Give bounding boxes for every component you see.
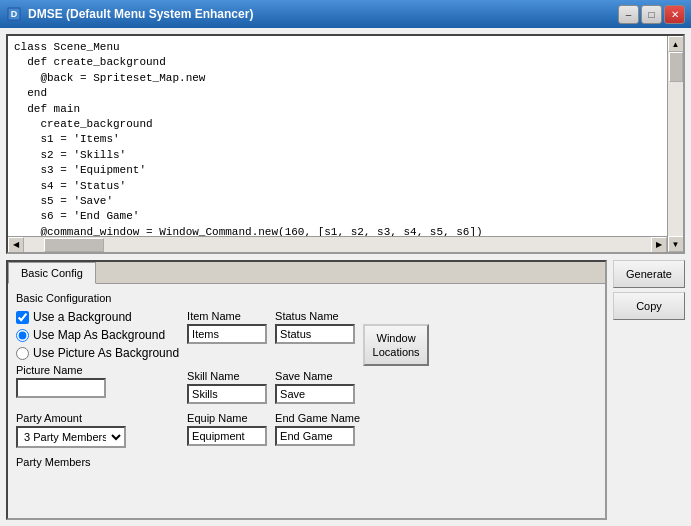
use-picture-label: Use Picture As Background xyxy=(33,346,179,360)
config-panel: Basic Config Basic Configuration Use a B… xyxy=(6,260,607,520)
use-map-radio[interactable] xyxy=(16,329,29,342)
h-scroll-track[interactable] xyxy=(24,237,651,253)
scroll-left-arrow[interactable]: ◀ xyxy=(8,237,24,253)
use-picture-row: Use Picture As Background xyxy=(16,346,179,360)
code-editor[interactable]: class Scene_Menu def create_background @… xyxy=(6,34,685,254)
scroll-right-arrow[interactable]: ▶ xyxy=(651,237,667,253)
item-name-label: Item Name xyxy=(187,310,267,322)
name-fields-row2: Skill Name Save Name xyxy=(187,370,597,408)
use-picture-radio[interactable] xyxy=(16,347,29,360)
save-name-label: Save Name xyxy=(275,370,355,382)
close-button[interactable]: ✕ xyxy=(664,5,685,24)
scroll-up-arrow[interactable]: ▲ xyxy=(668,36,684,52)
end-game-name-input[interactable] xyxy=(275,426,355,446)
config-title: Basic Configuration xyxy=(16,292,597,304)
status-name-group: Status Name xyxy=(275,310,355,344)
end-game-name-group: End Game Name xyxy=(275,412,360,446)
code-content: class Scene_Menu def create_background @… xyxy=(8,36,667,252)
use-background-row: Use a Background xyxy=(16,310,179,324)
tab-basic-config[interactable]: Basic Config xyxy=(8,262,96,284)
window-title: DMSE (Default Menu System Enhancer) xyxy=(28,7,618,21)
h-scroll-thumb[interactable] xyxy=(44,238,104,252)
horizontal-scrollbar[interactable]: ◀ ▶ xyxy=(8,236,667,252)
app-icon: D xyxy=(6,6,22,22)
item-name-input[interactable] xyxy=(187,324,267,344)
party-amount-select[interactable]: 3 Party Members 4 Party Members 2 Party … xyxy=(16,426,126,448)
config-columns: Use a Background Use Map As Background U… xyxy=(16,310,597,450)
tab-bar: Basic Config xyxy=(8,262,605,284)
copy-button[interactable]: Copy xyxy=(613,292,685,320)
party-amount-section: Party Amount 3 Party Members 4 Party Mem… xyxy=(16,412,179,448)
window-locations-button[interactable]: WindowLocations xyxy=(363,324,429,366)
end-game-name-label: End Game Name xyxy=(275,412,360,424)
window-loc-container: WindowLocations xyxy=(363,324,429,366)
name-fields-row1: Item Name Status Name WindowLocations xyxy=(187,310,597,366)
v-scroll-track[interactable] xyxy=(668,52,683,236)
generate-button[interactable]: Generate xyxy=(613,260,685,288)
item-name-group: Item Name xyxy=(187,310,267,344)
save-name-group: Save Name xyxy=(275,370,355,404)
save-name-input[interactable] xyxy=(275,384,355,404)
skill-name-label: Skill Name xyxy=(187,370,267,382)
status-name-input[interactable] xyxy=(275,324,355,344)
action-buttons: Generate Copy xyxy=(613,260,685,520)
equip-name-input[interactable] xyxy=(187,426,267,446)
use-map-row: Use Map As Background xyxy=(16,328,179,342)
bottom-section: Basic Config Basic Configuration Use a B… xyxy=(6,260,685,520)
scroll-down-arrow[interactable]: ▼ xyxy=(668,236,684,252)
party-members-label: Party Members xyxy=(16,456,597,468)
v-scroll-thumb[interactable] xyxy=(669,52,683,82)
minimize-button[interactable]: – xyxy=(618,5,639,24)
title-bar: D DMSE (Default Menu System Enhancer) – … xyxy=(0,0,691,28)
window-controls: – □ ✕ xyxy=(618,5,685,24)
equip-name-group: Equip Name xyxy=(187,412,267,446)
svg-text:D: D xyxy=(11,9,18,19)
equip-name-label: Equip Name xyxy=(187,412,267,424)
picture-name-group: Picture Name xyxy=(16,364,179,398)
picture-name-label: Picture Name xyxy=(16,364,179,376)
use-background-label: Use a Background xyxy=(33,310,132,324)
status-name-label: Status Name xyxy=(275,310,355,322)
use-background-checkbox[interactable] xyxy=(16,311,29,324)
vertical-scrollbar[interactable]: ▲ ▼ xyxy=(667,36,683,252)
maximize-button[interactable]: □ xyxy=(641,5,662,24)
left-column: Use a Background Use Map As Background U… xyxy=(16,310,179,450)
party-amount-label: Party Amount xyxy=(16,412,179,424)
name-fields-row3: Equip Name End Game Name xyxy=(187,412,597,450)
skill-name-group: Skill Name xyxy=(187,370,267,404)
window-content: class Scene_Menu def create_background @… xyxy=(0,28,691,526)
picture-name-input[interactable] xyxy=(16,378,106,398)
right-section: Item Name Status Name WindowLocations xyxy=(187,310,597,450)
config-body: Basic Configuration Use a Background Use… xyxy=(8,284,605,518)
use-map-label: Use Map As Background xyxy=(33,328,165,342)
skill-name-input[interactable] xyxy=(187,384,267,404)
